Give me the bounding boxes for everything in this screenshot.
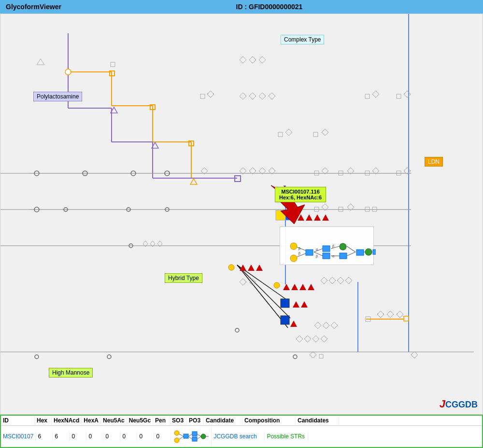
col-hexa: HexA [82, 416, 101, 425]
svg-rect-62 [313, 132, 318, 137]
col-so3: SO3 [170, 416, 187, 425]
col-neu5gc: Neu5Gc [127, 416, 153, 425]
cell-hexa: 0 [70, 432, 86, 441]
svg-marker-33 [322, 214, 329, 221]
svg-point-101 [235, 328, 239, 332]
glycoform-viewer[interactable]: MSCI00107.116 Hex:6, HexNAc:6 [0, 14, 483, 415]
svg-rect-60 [278, 132, 283, 137]
svg-line-139 [347, 246, 355, 252]
svg-text:β: β [316, 254, 318, 258]
svg-marker-121 [37, 59, 44, 65]
polylactosamine-label: Polylactosamine [33, 92, 82, 101]
app-container: GlycoformViewer ID : GFID0000000021 [0, 0, 483, 448]
svg-line-162 [188, 436, 192, 439]
svg-marker-55 [207, 91, 214, 98]
svg-rect-113 [319, 354, 323, 358]
svg-rect-148 [306, 250, 313, 255]
svg-text:α: α [332, 254, 334, 258]
complex-type-label: Complex Type [281, 35, 324, 44]
svg-marker-108 [321, 336, 327, 342]
svg-marker-48 [249, 56, 256, 63]
cell-pen: 0 [120, 432, 137, 441]
svg-line-158 [179, 436, 184, 439]
visualization-svg [0, 14, 483, 414]
jcggdb-search-link[interactable]: JCGGDB search [213, 433, 256, 440]
svg-marker-95 [240, 279, 246, 285]
col-pen: Pen [153, 416, 170, 425]
svg-line-159 [179, 434, 184, 436]
svg-marker-32 [314, 214, 321, 221]
svg-marker-40 [291, 284, 298, 290]
svg-line-25 [237, 265, 288, 328]
svg-point-37 [228, 265, 234, 270]
svg-marker-98 [329, 277, 336, 284]
col-candidate: Candidate [204, 416, 242, 425]
svg-marker-57 [372, 91, 379, 98]
svg-marker-63 [322, 129, 328, 136]
possible-strs-link[interactable]: Possible STRs [267, 433, 305, 440]
svg-marker-44 [301, 301, 308, 308]
svg-marker-61 [285, 129, 292, 136]
svg-point-157 [174, 431, 179, 435]
hybrid-type-label: Hybrid Type [165, 273, 202, 283]
svg-rect-164 [192, 437, 197, 441]
svg-text:β: β [298, 252, 300, 255]
svg-marker-100 [345, 277, 352, 284]
col-id: ID [1, 416, 35, 425]
cell-composition[interactable]: JCGGDB search [212, 432, 265, 441]
svg-line-136 [314, 252, 323, 256]
svg-rect-28 [281, 299, 289, 308]
svg-rect-150 [323, 253, 330, 259]
svg-point-154 [365, 249, 372, 255]
logo-rest: CGGDB [445, 400, 478, 409]
svg-line-165 [197, 434, 201, 436]
col-neu5ac: Neu5Ac [101, 416, 127, 425]
glycan-popup: β β α β β α [280, 226, 374, 265]
svg-text:α: α [316, 248, 318, 251]
id-link[interactable]: MSCI00107 [3, 433, 33, 440]
svg-point-132 [290, 243, 297, 250]
jcggdb-logo: JCGGDB [440, 398, 478, 410]
cell-id[interactable]: MSCI00107 [1, 432, 36, 441]
svg-point-131 [290, 255, 297, 262]
tooltip: MSCI00107.116 Hex:6, HexNAc:6 [275, 187, 326, 202]
cell-po3: 0 [154, 432, 171, 441]
tooltip-line2: Hex:6, HexNAc:6 [279, 195, 322, 200]
svg-marker-129 [190, 179, 197, 184]
svg-marker-99 [337, 277, 344, 284]
svg-rect-122 [111, 62, 115, 67]
logo-j: J [440, 398, 445, 410]
svg-point-123 [65, 69, 71, 75]
col-composition: Composition [242, 416, 296, 425]
svg-rect-56 [365, 94, 369, 98]
cell-neu5ac: 0 [86, 432, 103, 441]
glycan-structure-svg: β β α β β α [284, 229, 376, 266]
svg-point-109 [35, 355, 39, 359]
cell-candidates[interactable]: Possible STRs [265, 432, 308, 441]
tooltip-line1: MSCI00107.116 [279, 189, 322, 195]
svg-point-167 [201, 434, 206, 439]
svg-marker-118 [377, 311, 384, 318]
svg-rect-163 [192, 432, 197, 436]
svg-marker-51 [249, 93, 256, 99]
svg-text:β: β [332, 244, 334, 248]
svg-rect-29 [281, 316, 289, 324]
svg-marker-106 [304, 336, 311, 342]
svg-marker-42 [308, 284, 314, 290]
cell-candidate-image [171, 426, 212, 447]
svg-marker-36 [256, 265, 263, 271]
results-table: ID Hex HexNAcd HexA Neu5Ac Neu5Gc Pen SO… [0, 415, 483, 448]
svg-marker-59 [404, 91, 411, 98]
svg-marker-105 [296, 336, 303, 342]
svg-marker-47 [240, 56, 246, 63]
svg-marker-102 [314, 322, 321, 329]
svg-point-111 [293, 355, 297, 359]
svg-line-24 [237, 265, 290, 318]
record-id: ID : GFID0000000021 [61, 3, 477, 11]
svg-point-153 [340, 243, 346, 250]
col-candidates: Candidates [296, 416, 339, 425]
svg-point-38 [274, 282, 280, 288]
cell-hexnacd: 6 [53, 432, 70, 441]
ldn-label: LDN [425, 157, 443, 167]
svg-marker-107 [313, 336, 319, 342]
